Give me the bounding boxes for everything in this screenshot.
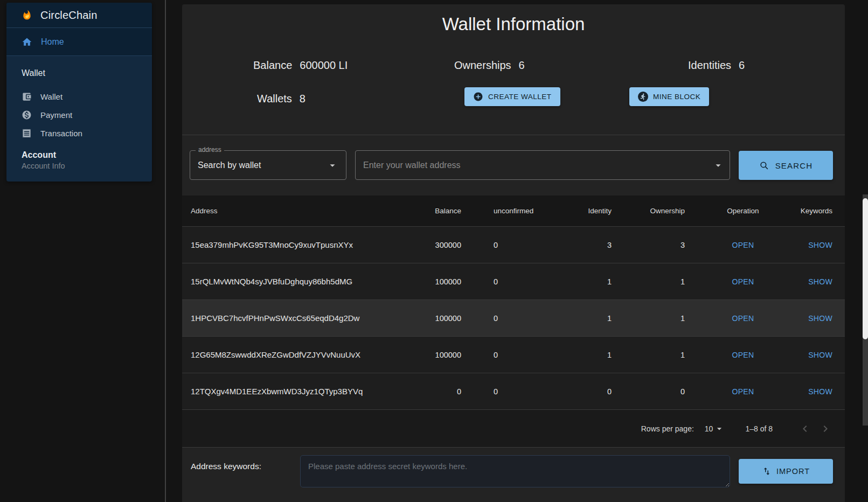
stat-ownerships: Ownerships 6: [454, 59, 525, 72]
column-header-keywords: Keywords: [793, 207, 845, 215]
cell-unconfirmed: 0: [485, 314, 550, 323]
open-link[interactable]: OPEN: [732, 314, 754, 323]
sidebar-wallet-group: Wallet Wallet Payment Transaction Accoun…: [6, 68, 152, 171]
sidebar-item-account-info[interactable]: Account Info: [22, 161, 152, 171]
stat-balance: Balance 600000 LI: [253, 59, 348, 72]
next-page-button[interactable]: [819, 422, 832, 435]
open-link[interactable]: OPEN: [732, 241, 754, 249]
cell-unconfirmed: 0: [485, 277, 550, 286]
cell-identity: 3: [550, 241, 620, 249]
chevron-left-icon: [798, 422, 811, 435]
open-link[interactable]: OPEN: [732, 387, 754, 396]
previous-page-button[interactable]: [798, 422, 811, 435]
fire-icon: [22, 10, 32, 20]
transaction-icon: [22, 128, 32, 138]
show-link[interactable]: SHOW: [808, 314, 832, 323]
cell-ownership: 1: [620, 351, 693, 359]
open-link[interactable]: OPEN: [732, 351, 754, 359]
button-label: CREATE WALLET: [488, 93, 552, 101]
table-row: 15ea379mhPvKG95T3MnoCy9xuvTpusnXYx 30000…: [182, 226, 845, 263]
stat-label: Ownerships: [454, 59, 511, 72]
section-divider: [182, 135, 845, 135]
show-link[interactable]: SHOW: [808, 387, 832, 396]
sidebar: CircleChain Home Wallet Wallet Payment T…: [6, 3, 152, 182]
column-header-operation: Operation: [693, 207, 793, 215]
miner-run-icon: [638, 92, 648, 102]
wallet-address-input[interactable]: [363, 161, 712, 170]
open-link[interactable]: OPEN: [732, 277, 754, 286]
table-row: 1HPCVBC7hcvfPHnPwSWxcCs65eqdD4g2Dw 10000…: [182, 299, 845, 336]
sidebar-item-home[interactable]: Home: [6, 28, 152, 56]
cell-address: 12TQXgv4MD1EEzXbwmWD3Jyz1QTyp3BYVq: [182, 387, 414, 396]
cell-unconfirmed: 0: [485, 387, 550, 396]
sidebar-item-wallet[interactable]: Wallet: [6, 87, 152, 106]
chevron-right-icon: [819, 422, 832, 435]
cell-identity: 1: [550, 351, 620, 359]
column-header-identity: Identity: [550, 207, 620, 215]
button-label: IMPORT: [776, 467, 810, 476]
column-header-balance: Balance: [414, 207, 485, 215]
button-label: MINE BLOCK: [653, 93, 700, 101]
show-link[interactable]: SHOW: [808, 351, 832, 359]
pagination-range: 1–8 of 8: [745, 424, 773, 433]
table-row: 12TQXgv4MD1EEzXbwmWD3Jyz1QTyp3BYVq 0 0 0…: [182, 373, 845, 409]
cell-address: 15ea379mhPvKG95T3MnoCy9xuvTpusnXYx: [182, 240, 414, 249]
cell-ownership: 3: [620, 241, 693, 249]
add-circle-icon: [473, 92, 483, 102]
cell-identity: 1: [550, 314, 620, 323]
wallet-address-combobox: [355, 150, 730, 180]
show-link[interactable]: SHOW: [808, 241, 832, 249]
cell-ownership: 1: [620, 314, 693, 323]
cell-balance: 100000: [414, 314, 485, 323]
cell-address: 15rQLMvWtNQb4syJVBfuDghquy86bh5dMG: [182, 277, 414, 286]
scrollbar-thumb[interactable]: [863, 198, 868, 339]
chevron-down-icon: [714, 423, 725, 434]
cell-balance: 300000: [414, 241, 485, 249]
show-link[interactable]: SHOW: [808, 277, 832, 286]
cell-balance: 100000: [414, 351, 485, 359]
rows-per-page-value: 10: [705, 424, 713, 433]
cell-identity: 1: [550, 277, 620, 286]
stat-identities: Identities 6: [688, 59, 745, 72]
cell-address: 12G65M8ZswwddXReZGwDdfVZJYVvNuuUvX: [182, 350, 414, 359]
select-value: Search by wallet: [198, 161, 327, 170]
section-divider: [182, 447, 845, 448]
address-keywords-label: Address keywords:: [191, 462, 261, 471]
app-title: CircleChain: [40, 9, 98, 22]
sidebar-item-label: Wallet: [40, 92, 63, 101]
sidebar-item-label: Transaction: [40, 129, 82, 138]
mine-block-button[interactable]: MINE BLOCK: [629, 87, 709, 106]
field-label: address: [196, 146, 224, 154]
cell-identity: 0: [550, 387, 620, 396]
cell-balance: 100000: [414, 277, 485, 286]
chevron-down-icon[interactable]: [712, 159, 724, 171]
create-wallet-button[interactable]: CREATE WALLET: [464, 87, 560, 106]
stat-label: Balance: [253, 59, 292, 72]
search-type-select[interactable]: address Search by wallet: [190, 150, 346, 180]
table-row: 12G65M8ZswwddXReZGwDdfVZJYVvNuuUvX 10000…: [182, 336, 845, 373]
chevron-down-icon: [327, 159, 338, 171]
stat-value: 600000 LI: [300, 59, 348, 72]
sidebar-item-payment[interactable]: Payment: [6, 106, 152, 124]
column-header-unconfirmed: unconfirmed: [485, 207, 550, 215]
page-title: Wallet Information: [182, 4, 845, 34]
search-button[interactable]: SEARCH: [739, 151, 833, 180]
cell-balance: 0: [414, 387, 485, 396]
home-icon: [22, 37, 32, 47]
import-export-icon: [762, 466, 772, 476]
table-pagination: Rows per page: 10 1–8 of 8: [182, 409, 845, 447]
sidebar-item-transaction[interactable]: Transaction: [6, 124, 152, 142]
payment-icon: [22, 110, 32, 120]
stat-label: Identities: [688, 59, 731, 72]
column-header-ownership: Ownership: [620, 207, 693, 215]
search-icon: [759, 161, 769, 171]
rows-per-page-label: Rows per page:: [641, 424, 694, 433]
panel-divider: [165, 0, 166, 502]
sidebar-item-label: Home: [41, 37, 64, 47]
address-keywords-textarea[interactable]: [300, 455, 730, 487]
wallet-group-label: Wallet: [22, 68, 152, 79]
import-button[interactable]: IMPORT: [739, 459, 833, 484]
wallet-table: Address Balance unconfirmed Identity Own…: [182, 196, 845, 409]
rows-per-page-select[interactable]: 10: [705, 423, 725, 434]
table-header-row: Address Balance unconfirmed Identity Own…: [182, 196, 845, 226]
